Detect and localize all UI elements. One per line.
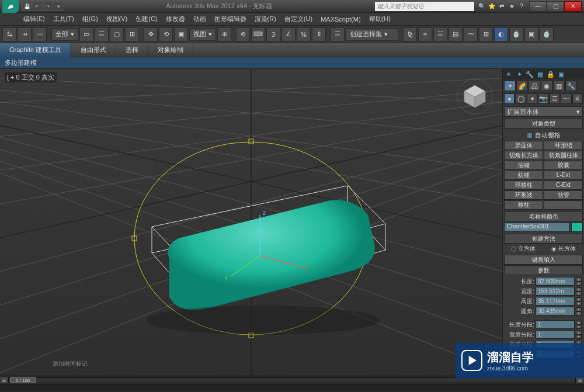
motion-tab-icon[interactable]: ◉	[541, 81, 552, 91]
systems-icon[interactable]: ※	[572, 93, 583, 104]
ribbon-tab-graphite[interactable]: Graphite 建模工具	[0, 43, 71, 57]
keyboard-shortcut-icon[interactable]: ⌨	[251, 27, 265, 41]
viewport-label[interactable]: [ + 0 正交 0 真实	[5, 72, 57, 82]
geometry-icon[interactable]: ●	[504, 93, 515, 104]
object-name-input[interactable]: ChamferBox001	[504, 223, 570, 232]
use-center-icon[interactable]: ⊕	[217, 27, 231, 41]
layers-icon[interactable]: ☱	[433, 27, 447, 41]
scale-icon[interactable]: ▣	[174, 27, 188, 41]
close-button[interactable]: ✕	[564, 1, 582, 12]
helpers-icon[interactable]: ☰	[550, 93, 560, 104]
shade-selected-icon[interactable]: ☀	[504, 70, 513, 79]
curve-editor-icon[interactable]: 〜	[464, 27, 478, 41]
render-setup-icon[interactable]: 🍵	[509, 27, 523, 41]
select-icon[interactable]: ▭	[79, 27, 93, 41]
move-icon[interactable]: ✥	[144, 27, 158, 41]
rotate-icon[interactable]: ⟲	[159, 27, 173, 41]
rollout-name-color[interactable]: 名称和颜色	[504, 211, 583, 221]
prim-spindle[interactable]: 纺锤	[504, 171, 543, 180]
rollout-keyboard[interactable]: 键盘输入	[504, 255, 583, 265]
prim-capsule[interactable]: 胶囊	[544, 161, 583, 170]
light-icon[interactable]: ✦	[515, 70, 524, 79]
spacewarps-icon[interactable]: 〰	[561, 93, 571, 104]
add-time-tag[interactable]: 添加时间标记	[53, 360, 88, 368]
viewcube[interactable]	[454, 76, 495, 117]
track-bar[interactable]	[0, 384, 584, 391]
prim-oiltank[interactable]: 油罐	[504, 161, 543, 170]
minimize-button[interactable]: —	[529, 1, 547, 12]
rollout-params[interactable]: 参数	[504, 265, 583, 275]
wsegs-spinner[interactable]: 1	[536, 330, 575, 339]
manipulate-icon[interactable]: ⊚	[236, 27, 250, 41]
menu-tools[interactable]: 工具(T)	[53, 15, 74, 23]
help-icon[interactable]: ?	[517, 2, 526, 11]
qa-more-icon[interactable]: ▾	[54, 2, 63, 11]
ribbon-sub-polymodel[interactable]: 多边形建模	[0, 57, 584, 69]
menu-animation[interactable]: 动画	[193, 15, 206, 23]
prim-ringwave[interactable]: 环形波	[504, 190, 543, 200]
prim-torus-knot[interactable]: 环形结	[544, 141, 583, 150]
height-spinner[interactable]: 35.117mm	[536, 297, 575, 306]
selection-filter-dropdown[interactable]: 全部▾	[51, 28, 78, 41]
align-icon[interactable]: ≡	[418, 27, 432, 41]
modify-tab-icon[interactable]: 🌈	[516, 81, 528, 91]
display-icon[interactable]: ▦	[536, 70, 545, 79]
angle-snap-icon[interactable]: ∠	[281, 27, 296, 41]
spinner-down-icon[interactable]: ▼	[576, 282, 582, 286]
ribbon-toggle-icon[interactable]: ▤	[449, 27, 463, 41]
prim-prism[interactable]: 棱柱	[504, 200, 543, 210]
schematic-icon[interactable]: ⊞	[479, 27, 493, 41]
menu-group[interactable]: 组(G)	[82, 15, 98, 23]
maximize-button[interactable]: ▢	[547, 1, 564, 12]
link-icon[interactable]: ⇆	[2, 27, 16, 41]
favorites-icon[interactable]: ★	[507, 2, 516, 11]
lsegs-spinner[interactable]: 1	[536, 320, 575, 329]
select-by-name-icon[interactable]: ☰	[95, 27, 109, 41]
spinner-snap-icon[interactable]: ⇕	[312, 27, 326, 41]
shapes-icon[interactable]: ◯	[515, 93, 526, 104]
mirror-icon[interactable]: ⧎	[403, 27, 417, 41]
menu-views[interactable]: 视图(V)	[106, 15, 128, 23]
prim-lext[interactable]: L-Ext	[544, 171, 583, 180]
help-search-input[interactable]: 鍵入关键字或短语	[375, 2, 474, 11]
ref-coord-dropdown[interactable]: 视图▾	[189, 28, 216, 41]
spinner-up-icon[interactable]: ▲	[576, 277, 582, 282]
menu-edit[interactable]: 编辑(E)	[23, 15, 45, 23]
viewport[interactable]: z x y [ + 0 正交 0 真实	[0, 69, 502, 376]
bind-space-warp-icon[interactable]: 〰	[33, 27, 47, 41]
render-icon[interactable]: 🍵	[540, 27, 554, 41]
time-slider-knob[interactable]: 0 / 100	[10, 377, 36, 383]
window-crossing-icon[interactable]: ⊞	[125, 27, 139, 41]
unlink-icon[interactable]: ⇸	[18, 27, 32, 41]
named-sel-dropdown[interactable]: 创建选择集▾	[346, 28, 398, 41]
qa-redo-icon[interactable]: ↷	[43, 2, 53, 11]
ribbon-tab-paint[interactable]: 对象绘制	[148, 43, 193, 57]
menu-graph[interactable]: 图形编辑器	[214, 15, 246, 23]
display-floater-icon[interactable]: ▣	[557, 70, 566, 79]
menu-maxscript[interactable]: MAXScript(M)	[321, 16, 360, 23]
prim-gengon[interactable]: 球棱柱	[504, 181, 543, 190]
radio-box[interactable]: 长方体	[551, 245, 576, 253]
cameras-icon[interactable]: 📷	[538, 93, 548, 104]
material-editor-icon[interactable]: ◐	[494, 27, 508, 41]
snap-toggle-icon[interactable]: 3	[266, 27, 280, 41]
lights-icon[interactable]: ✦	[527, 93, 537, 104]
object-color-swatch[interactable]	[571, 223, 583, 232]
prim-chamferbox[interactable]: 切角长方体	[504, 151, 543, 160]
length-spinner[interactable]: 82.609mm	[536, 277, 575, 286]
menu-modifiers[interactable]: 修改器	[166, 15, 185, 23]
app-logo[interactable]	[2, 0, 19, 13]
utilities-tab-icon[interactable]: 🔧	[565, 81, 577, 91]
prim-chamfercyl[interactable]: 切角圆柱体	[544, 151, 583, 160]
width-spinner[interactable]: 153.512m	[536, 287, 575, 296]
menu-render[interactable]: 渲染(R)	[255, 15, 276, 23]
qa-undo-icon[interactable]: ↶	[33, 2, 42, 11]
wrench-icon[interactable]: 🔧	[525, 70, 534, 79]
radio-cube[interactable]: 立方体	[511, 245, 536, 253]
ribbon-tab-selection[interactable]: 选择	[116, 43, 148, 57]
ribbon-tab-freeform[interactable]: 自由形式	[71, 43, 116, 57]
render-frame-icon[interactable]: ▣	[524, 27, 538, 41]
menu-create[interactable]: 创建(C)	[135, 15, 157, 23]
exchange-icon[interactable]: ⇄	[498, 2, 506, 11]
subscription-icon[interactable]: ⭐	[488, 2, 496, 11]
